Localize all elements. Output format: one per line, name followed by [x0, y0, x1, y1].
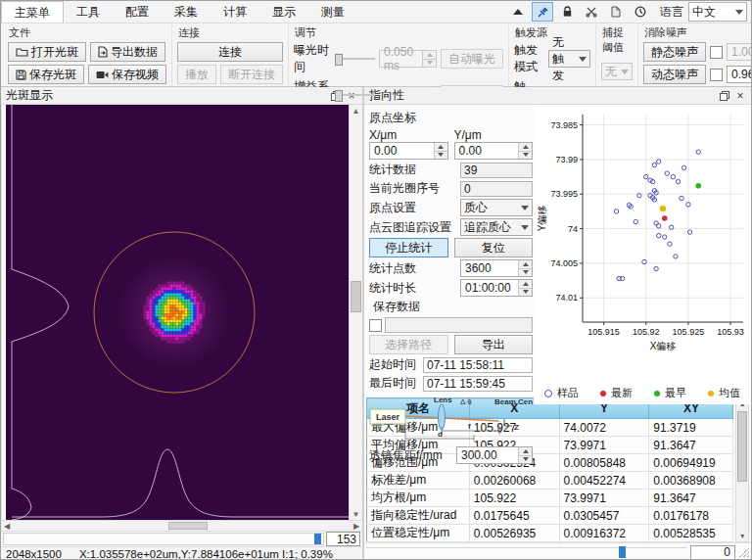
pointing-panel: 指向性 × 原点坐标 X/μm Y/μm 0.00 0.00 统计数据39 [364, 87, 751, 560]
legend-label: 均值 [719, 386, 740, 400]
save-data-checkbox[interactable] [369, 319, 382, 332]
dynamic-noise-button[interactable]: 动态噪声 [643, 65, 706, 84]
trace-mode-label: 点云图追踪设置 [369, 219, 457, 236]
zoom-value: 153 [326, 532, 360, 546]
save-path-field[interactable] [385, 317, 533, 333]
export-button[interactable]: 导出 [454, 335, 534, 354]
dynamic-noise-value: 0.96 [728, 67, 752, 82]
focal-length-spinner[interactable]: 300.00 [456, 446, 533, 464]
reset-button[interactable]: 复位 [454, 238, 534, 257]
toolbar-group-adjust: 调节 曝光时间 0.050 ms 自动曝光 增益系数 0 [289, 24, 509, 86]
gain-slider[interactable] [335, 88, 375, 102]
origin-mode-select[interactable]: 质心 [460, 199, 533, 216]
zoom-slider-thumb[interactable] [314, 534, 321, 544]
close-panel-icon[interactable]: × [732, 89, 748, 103]
scissors-icon[interactable] [581, 2, 602, 22]
trigger-mode-select[interactable]: 无触发 [548, 50, 590, 68]
menu-tab-config[interactable]: 配置 [113, 1, 162, 23]
beam-horizontal-scrollbar[interactable]: ◀ ▶ [1, 520, 362, 531]
menu-tab-tools[interactable]: 工具 [64, 1, 113, 23]
diagram-f-label: f [468, 422, 471, 431]
origin-y-spinner[interactable]: 0.00 [454, 142, 534, 160]
exposure-slider[interactable] [335, 52, 375, 66]
auto-exposure-button[interactable]: 自动曝光 [441, 49, 503, 69]
pin-icon[interactable] [532, 2, 553, 22]
play-button[interactable]: 播放 [177, 65, 216, 84]
beam-vertical-scrollbar[interactable]: ▲ ▼ [349, 105, 362, 520]
points-count-spinner[interactable]: 3600 [460, 259, 533, 277]
stats-count-label: 统计数据 [369, 162, 457, 178]
points-count-label: 统计点数 [369, 260, 457, 277]
static-noise-spinner[interactable]: 1.00 [727, 43, 752, 61]
beam-image[interactable] [6, 105, 349, 520]
lock-icon[interactable] [556, 2, 578, 22]
static-noise-button[interactable]: 静态噪声 [643, 42, 706, 62]
menu-tab-compute[interactable]: 计算 [211, 1, 259, 23]
language-value: 中文 [692, 4, 716, 21]
menu-tab-measure[interactable]: 测量 [308, 1, 357, 23]
table-scrollbar[interactable]: ▲ ▼ [735, 397, 749, 542]
start-time-label: 起始时间 [369, 356, 420, 373]
scroll-down-icon[interactable]: ▼ [736, 531, 748, 541]
vertical-scroll-thumb[interactable] [351, 281, 361, 312]
svg-text:105.915: 105.915 [588, 327, 620, 337]
floppy-icon [16, 70, 26, 80]
pointing-form: 原点坐标 X/μm Y/μm 0.00 0.00 统计数据39 当前光圈序号0 … [369, 108, 533, 466]
dynamic-noise-checkbox[interactable] [710, 69, 723, 81]
float-panel-icon[interactable] [717, 89, 732, 103]
dynamic-noise-spinner[interactable]: 0.96 [727, 66, 752, 83]
beam-zoom-row: 153 [1, 531, 362, 546]
stop-statistics-button[interactable]: 停止统计 [369, 238, 448, 257]
table-row[interactable]: 位置稳定性/μm0.005269350.009163720.00528535 [367, 525, 733, 542]
legend-item: 最新 [600, 386, 633, 400]
trace-mode-select[interactable]: 追踪质心 [460, 218, 533, 236]
save-spot-button[interactable]: 保存光斑 [8, 65, 84, 84]
exposure-label: 曝光时间 [294, 42, 331, 75]
duration-spinner[interactable]: 01:00:00 [460, 279, 533, 297]
scroll-right-icon[interactable]: ▶ [351, 521, 362, 531]
save-video-button[interactable]: 保存视频 [88, 65, 166, 84]
table-row[interactable]: 均方根/μm105.92273.997191.3647 [367, 490, 733, 507]
open-spot-button[interactable]: 打开光斑 [8, 42, 86, 62]
trigger-mode-label: 触发模式 [514, 42, 544, 75]
chevron-down-icon [735, 10, 743, 15]
connect-button[interactable]: 连接 [177, 42, 283, 62]
save-file-icon[interactable] [605, 2, 627, 22]
clock-icon[interactable] [630, 2, 651, 22]
svg-text:105.925: 105.925 [673, 327, 705, 337]
sample-index-slider[interactable] [366, 547, 686, 558]
scroll-up-icon[interactable]: ▲ [350, 105, 362, 117]
choose-path-button[interactable]: 选择路径 [369, 335, 448, 354]
table-row[interactable]: 指向稳定性/urad0.01756450.03054570.0176178 [367, 507, 733, 525]
scroll-down-icon[interactable]: ▼ [350, 508, 362, 520]
collapse-toolbar-icon[interactable] [507, 2, 529, 22]
menu-tab-display[interactable]: 显示 [259, 1, 308, 23]
horizontal-scroll-thumb[interactable] [168, 522, 208, 530]
origin-x-spinner[interactable]: 0.00 [369, 142, 448, 160]
menu-tab-acquire[interactable]: 采集 [162, 1, 211, 23]
diagram-lens-label: Lens [434, 396, 452, 404]
trace-mode-value: 追踪质心 [464, 219, 511, 236]
resize-grip[interactable] [739, 547, 749, 557]
diagram-theta-label: θ [410, 406, 415, 415]
table-row[interactable]: 标准差/μm0.002600680.004522740.00368908 [367, 472, 733, 490]
legend-item: 均值 [708, 386, 740, 400]
scroll-left-icon[interactable]: ◀ [1, 521, 13, 531]
focal-length-label: 透镜焦距f/mm [369, 447, 453, 464]
export-data-label: 导出数据 [111, 44, 158, 61]
table-cell-xy: 91.3647 [649, 437, 733, 454]
menu-tab-main[interactable]: 主菜单 [1, 1, 64, 23]
table-scroll-thumb[interactable] [737, 411, 747, 482]
origin-mode-label: 原点设置 [369, 200, 457, 216]
threshold-select[interactable]: 无 [601, 63, 633, 80]
disconnect-button[interactable]: 断开连接 [220, 65, 283, 84]
exposure-spinner[interactable]: 0.050 ms [379, 50, 437, 68]
language-select[interactable]: 中文 [688, 2, 747, 22]
zoom-slider[interactable] [3, 533, 324, 545]
static-noise-checkbox[interactable] [710, 46, 723, 59]
export-icon [98, 46, 108, 58]
table-cell-y: 0.00452274 [559, 472, 649, 490]
export-data-button[interactable]: 导出数据 [90, 42, 165, 62]
open-spot-label: 打开光斑 [31, 44, 78, 61]
sample-index-thumb[interactable] [619, 546, 626, 558]
